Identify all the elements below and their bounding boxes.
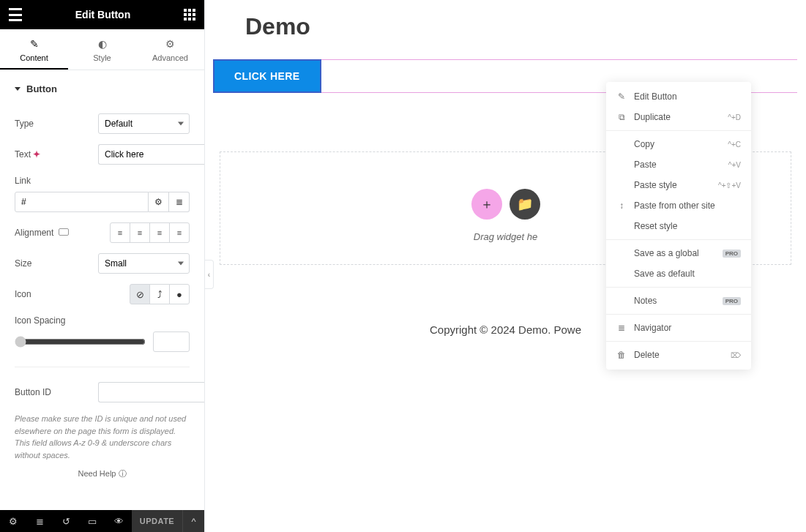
ctx-shortcut: ^+V xyxy=(728,161,741,169)
control-type: Type Default xyxy=(15,113,190,134)
context-menu-item-save-as-default[interactable]: Save as default xyxy=(606,263,751,284)
add-widget-button[interactable]: ＋ xyxy=(471,189,502,220)
context-menu-item-paste-style[interactable]: Paste style^+⇧+V xyxy=(606,175,751,195)
context-menu-separator xyxy=(606,287,751,288)
icon-spacing-label: Icon Spacing xyxy=(15,315,65,326)
demo-button-widget[interactable]: CLICK HERE xyxy=(214,60,321,92)
size-select[interactable]: Small xyxy=(98,253,190,274)
icon-none-button[interactable]: ⊘ xyxy=(130,284,150,304)
ctx-label: Save as a global xyxy=(634,248,715,258)
caret-down-icon xyxy=(15,87,20,91)
context-menu-item-duplicate[interactable]: ⧉Duplicate^+D xyxy=(606,107,751,127)
ctx-label: Paste style xyxy=(634,180,711,190)
align-justify-button[interactable]: ≡ xyxy=(169,222,190,243)
context-menu-item-copy[interactable]: Copy^+C xyxy=(606,134,751,154)
ctx-label: Duplicate xyxy=(634,112,720,122)
responsive-mode-icon[interactable]: ▭ xyxy=(79,510,105,532)
icon-upload-button[interactable]: ⤴ xyxy=(149,284,170,304)
responsive-icon[interactable] xyxy=(59,228,69,236)
ctx-label: Paste from other site xyxy=(634,201,741,211)
type-select[interactable]: Default xyxy=(98,113,190,134)
accordion-button-section[interactable]: Button xyxy=(15,70,190,103)
tab-style[interactable]: ◐ Style xyxy=(68,29,136,70)
gear-icon: ⚙ xyxy=(165,38,175,50)
context-menu-separator xyxy=(606,130,751,131)
icon-picker: ⊘ ⤴ ● xyxy=(130,284,190,304)
type-label: Type xyxy=(15,119,34,129)
context-menu-item-paste-from-other-site[interactable]: ↕Paste from other site xyxy=(606,195,751,216)
ctx-label: Notes xyxy=(634,296,715,306)
contrast-icon: ◐ xyxy=(98,38,107,50)
type-select-input[interactable]: Default xyxy=(98,113,190,134)
update-options-button[interactable]: ^ xyxy=(182,510,204,532)
tab-style-label: Style xyxy=(93,53,111,62)
control-icon: Icon ⊘ ⤴ ● xyxy=(15,284,190,304)
icon-spacing-slider[interactable] xyxy=(15,336,146,348)
link-label: Link xyxy=(15,176,31,186)
context-menu-separator xyxy=(606,239,751,240)
ctx-shortcut: ^+D xyxy=(728,113,741,121)
context-menu-item-save-as-a-global[interactable]: Save as a globalPRO xyxy=(606,243,751,263)
ctx-shortcut: ⌦ xyxy=(731,351,741,359)
hamburger-menu-icon[interactable] xyxy=(9,8,22,21)
control-link: Link ⚙ ≣ xyxy=(15,175,190,212)
tab-content[interactable]: ✎ Content xyxy=(0,29,68,70)
control-text: Text ✦ ≣ xyxy=(15,144,190,165)
update-button[interactable]: UPDATE xyxy=(132,510,182,532)
ai-sparkle-icon[interactable]: ✦ xyxy=(33,149,40,160)
pencil-icon: ✎ xyxy=(30,38,39,50)
editor-sidebar: Edit Button ✎ Content ◐ Style ⚙ Advanced… xyxy=(0,0,205,532)
sidebar-title: Edit Button xyxy=(75,9,130,20)
page-title: Demo xyxy=(205,0,806,53)
pro-badge: PRO xyxy=(723,250,741,258)
icon-library-button[interactable]: ● xyxy=(169,284,190,304)
size-select-input[interactable]: Small xyxy=(98,253,190,274)
link-options-button[interactable]: ⚙ xyxy=(149,192,169,212)
revisions-icon[interactable]: ≣ xyxy=(26,510,53,532)
ctx-label: Save as default xyxy=(634,269,741,279)
link-input-wrap: ⚙ ≣ xyxy=(15,192,190,212)
control-icon-spacing: Icon Spacing xyxy=(15,315,190,352)
align-left-button[interactable]: ≡ xyxy=(110,222,130,243)
ctx-label: Reset style xyxy=(634,221,741,231)
collapse-sidebar-handle[interactable]: ‹ xyxy=(205,260,214,289)
ctx-shortcut: ^+C xyxy=(728,141,741,149)
context-menu-item-delete[interactable]: 🗑Delete⌦ xyxy=(606,345,751,365)
panel-body: Button Type Default Text ✦ ≣ Link ⚙ ≣ xyxy=(0,70,204,510)
text-input-wrap: ≣ xyxy=(98,144,190,165)
align-center-button[interactable]: ≡ xyxy=(130,222,150,243)
ctx-shortcut: ^+⇧+V xyxy=(718,181,741,190)
control-alignment: Alignment ≡ ≡ ≡ ≡ xyxy=(15,222,190,243)
button-id-input[interactable] xyxy=(98,382,204,402)
control-size: Size Small xyxy=(15,253,190,274)
ctx-label: Delete xyxy=(634,350,723,360)
history-icon[interactable]: ↺ xyxy=(53,510,79,532)
align-right-button[interactable]: ≡ xyxy=(149,222,170,243)
need-help-link[interactable]: Need Help ⓘ xyxy=(15,461,190,487)
text-input[interactable] xyxy=(98,144,204,165)
link-dynamic-button[interactable]: ≣ xyxy=(169,192,190,212)
add-template-button[interactable]: 📁 xyxy=(510,189,540,220)
icon-spacing-value[interactable] xyxy=(153,331,190,352)
preview-icon[interactable]: 👁 xyxy=(105,510,132,532)
control-button-id: Button ID ≣ xyxy=(15,382,190,402)
widgets-grid-icon[interactable] xyxy=(184,9,195,20)
icon-label: Icon xyxy=(15,289,31,299)
context-menu-item-reset-style[interactable]: Reset style xyxy=(606,216,751,236)
ctx-icon: ✎ xyxy=(616,91,627,102)
context-menu-item-notes[interactable]: NotesPRO xyxy=(606,291,751,311)
context-menu-item-paste[interactable]: Paste^+V xyxy=(606,154,751,175)
ctx-icon: ⧉ xyxy=(616,112,627,122)
ctx-icon: ≣ xyxy=(616,323,627,333)
context-menu-item-edit-button[interactable]: ✎Edit Button xyxy=(606,86,751,107)
settings-icon[interactable]: ⚙ xyxy=(0,510,26,532)
context-menu-item-navigator[interactable]: ≣Navigator xyxy=(606,318,751,338)
size-label: Size xyxy=(15,258,31,269)
alignment-label: Alignment xyxy=(15,228,69,238)
section-label: Button xyxy=(26,83,57,94)
link-input[interactable] xyxy=(15,192,149,212)
tab-advanced[interactable]: ⚙ Advanced xyxy=(136,29,204,70)
button-id-wrap: ≣ xyxy=(98,382,190,402)
panel-tabs: ✎ Content ◐ Style ⚙ Advanced xyxy=(0,29,204,70)
context-menu-separator xyxy=(606,341,751,342)
